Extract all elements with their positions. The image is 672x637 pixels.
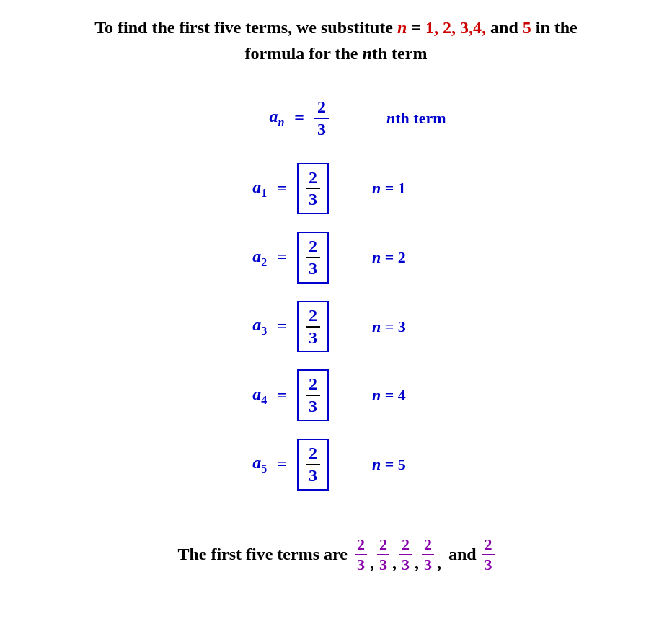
- a2-n-text: n = 2: [372, 248, 406, 267]
- a3-label: a3: [252, 315, 267, 338]
- a3-n-value: n = 3: [372, 317, 502, 336]
- n-variable: n: [397, 18, 407, 37]
- nth-term-text: nth term: [386, 109, 446, 128]
- bottom-frac-1: 2 3: [355, 535, 367, 575]
- and-word: and: [448, 545, 477, 564]
- formula-fraction: 2 3: [314, 97, 329, 140]
- a2-n-value: n = 2: [372, 248, 502, 267]
- intro-end: in the: [531, 18, 578, 37]
- formula-numerator: 2: [314, 97, 329, 119]
- a2-label: a2: [252, 247, 267, 269]
- bottom-frac-3: 2 3: [399, 535, 412, 575]
- bf4-den: 3: [422, 555, 434, 574]
- bottom-phrase: The first five terms are: [177, 545, 347, 564]
- comma-2: ,: [392, 553, 397, 574]
- a5-equals: =: [277, 454, 287, 474]
- intro-paragraph: To find the first five terms, we substit…: [22, 14, 650, 66]
- a4-n-text: n = 4: [372, 386, 406, 405]
- a1-fraction-boxed: 2 3: [297, 163, 329, 215]
- a5-n-value: n = 5: [372, 455, 502, 474]
- bf4-num: 2: [422, 535, 434, 555]
- a-letter: a: [269, 107, 278, 126]
- intro-line2: formula for the nth term: [22, 40, 650, 66]
- intro-equals: =: [407, 18, 425, 37]
- page-content: To find the first five terms, we substit…: [22, 14, 650, 574]
- term-row-2: a2 = 2 3 n = 2: [185, 232, 487, 284]
- formula-equals: =: [294, 108, 304, 128]
- a5-denominator: 3: [306, 465, 320, 486]
- a3-n-text: n = 3: [372, 317, 406, 336]
- a5-fraction-boxed: 2 3: [297, 439, 329, 491]
- intro-line1: To find the first five terms, we substit…: [22, 14, 650, 40]
- a3-denominator: 3: [306, 328, 320, 348]
- bf2-num: 2: [377, 535, 389, 555]
- bf5-den: 3: [482, 555, 495, 574]
- a3-fraction-boxed: 2 3: [297, 301, 329, 353]
- a-n-label: an: [269, 107, 284, 129]
- a2-equals: =: [277, 247, 287, 267]
- bf1-den: 3: [355, 555, 367, 574]
- comma-1: ,: [370, 553, 374, 574]
- a1-label: a1: [252, 177, 267, 200]
- formula-denominator: 3: [314, 119, 329, 140]
- a2-numerator: 2: [306, 236, 320, 258]
- bottom-frac-2: 2 3: [377, 535, 389, 575]
- value-5: 5: [523, 18, 531, 37]
- a3-equals: =: [277, 317, 287, 336]
- equations-container: an = 2 3 nth term a1 = 2 3: [22, 88, 650, 499]
- a2-denominator: 3: [306, 258, 320, 279]
- bottom-frac-5: 2 3: [482, 535, 495, 575]
- term-left-3: a3 = 2 3: [185, 301, 329, 353]
- bf1-num: 2: [355, 535, 367, 555]
- term-row-3: a3 = 2 3 n = 3: [185, 301, 487, 353]
- bf2-den: 3: [377, 555, 389, 574]
- a4-denominator: 3: [306, 396, 320, 417]
- and-text: and: [486, 18, 523, 37]
- bf3-den: 3: [399, 555, 412, 574]
- a3-numerator: 2: [306, 305, 320, 328]
- term-left-1: a1 = 2 3: [185, 163, 329, 215]
- a4-n-value: n = 4: [372, 386, 502, 405]
- values-1-4: 1, 2, 3,4,: [425, 18, 486, 37]
- formula-label: nth term: [372, 109, 502, 128]
- term-left-4: a4 = 2 3: [185, 369, 329, 421]
- term-left-2: a2 = 2 3: [185, 232, 329, 284]
- bottom-summary: The first five terms are 2 3 , 2 3 , 2 3…: [22, 535, 650, 575]
- a1-n-text: n = 1: [372, 179, 406, 198]
- term-left-5: a5 = 2 3: [185, 439, 329, 491]
- a4-equals: =: [277, 386, 287, 405]
- term-row-1: a1 = 2 3 n = 1: [185, 163, 487, 215]
- formula-row: an = 2 3 nth term: [185, 97, 487, 140]
- a1-denominator: 3: [306, 189, 320, 210]
- formula-left: an = 2 3: [185, 97, 329, 140]
- bottom-frac-4: 2 3: [422, 535, 434, 575]
- a5-n-text: n = 5: [372, 455, 406, 474]
- a5-label: a5: [252, 453, 267, 475]
- a4-fraction-boxed: 2 3: [297, 369, 329, 421]
- comma-4: ,: [437, 553, 441, 574]
- bf3-num: 2: [399, 535, 412, 555]
- a4-label: a4: [252, 385, 267, 407]
- a5-numerator: 2: [306, 443, 320, 465]
- a1-n-value: n = 1: [372, 179, 502, 198]
- intro-text-before: To find the first five terms, we substit…: [94, 18, 397, 37]
- a2-fraction-boxed: 2 3: [297, 232, 329, 284]
- bf5-num: 2: [482, 535, 495, 555]
- n-subscript: n: [278, 116, 284, 128]
- a1-numerator: 2: [306, 167, 320, 190]
- term-row-5: a5 = 2 3 n = 5: [185, 439, 487, 491]
- n-italic: n: [362, 44, 371, 63]
- comma-3: ,: [415, 553, 419, 574]
- a1-equals: =: [277, 179, 287, 198]
- term-row-4: a4 = 2 3 n = 4: [185, 369, 487, 421]
- a4-numerator: 2: [306, 374, 320, 396]
